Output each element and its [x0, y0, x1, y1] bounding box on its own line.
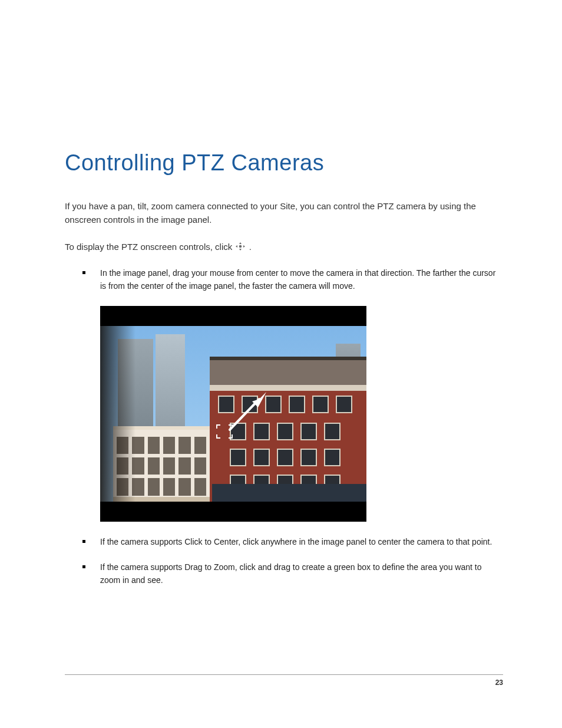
- svg-marker-0: [239, 242, 242, 244]
- page-title: Controlling PTZ Cameras: [65, 150, 503, 176]
- page-number: 23: [495, 678, 503, 687]
- svg-marker-3: [243, 245, 245, 248]
- display-controls-suffix: .: [249, 242, 252, 252]
- ptz-demo-image: [100, 306, 366, 522]
- bullet-item: If the camera supports Drag to Zoom, cli…: [82, 561, 503, 587]
- svg-marker-1: [239, 249, 242, 251]
- svg-point-4: [239, 245, 242, 248]
- bullet-item: In the image panel, drag your mouse from…: [82, 267, 503, 292]
- intro-paragraph: If you have a pan, tilt, zoom camera con…: [65, 199, 503, 227]
- display-controls-prefix: To display the PTZ onscreen controls, cl…: [65, 242, 234, 252]
- bullet-item: If the camera supports Click to Center, …: [82, 536, 503, 549]
- ptz-controls-icon: [236, 241, 245, 254]
- display-controls-paragraph: To display the PTZ onscreen controls, cl…: [65, 240, 503, 255]
- svg-marker-2: [236, 245, 237, 248]
- page-footer: 23: [65, 674, 503, 687]
- drag-arrow-icon: [224, 388, 271, 436]
